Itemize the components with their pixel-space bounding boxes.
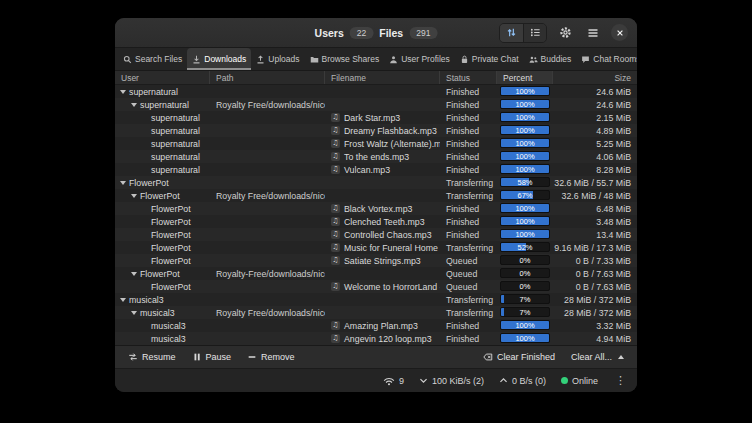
transfer-row[interactable]: FlowerPot Royalty Free/downloads/nicoti …	[115, 189, 637, 202]
clear-all-menu-button[interactable]: Clear All...	[564, 350, 631, 364]
size-cell: 8.28 MiB	[553, 163, 637, 176]
tab-browse-shares[interactable]: Browse Shares	[305, 48, 385, 70]
status-cell: Finished	[440, 228, 497, 241]
size-cell: 13.4 MiB	[553, 228, 637, 241]
search-icon	[123, 55, 132, 64]
progress-bar: 0%	[500, 281, 550, 291]
column-header-user[interactable]: User	[115, 71, 210, 84]
column-header-filename[interactable]: Filename	[325, 71, 440, 84]
transfer-row[interactable]: FlowerPot ♫ Music for Funeral Home - Par…	[115, 241, 637, 254]
expander-icon[interactable]	[131, 194, 137, 198]
music-note-icon: ♫	[331, 217, 340, 226]
person-icon	[389, 55, 398, 64]
tab-label: Private Chat	[472, 54, 519, 64]
menu-up-arrow-icon	[618, 355, 624, 359]
status-cell: Finished	[440, 319, 497, 332]
transfer-row[interactable]: musical3 Transferring 7% 28 MiB / 372 Mi…	[115, 293, 637, 306]
upload-rate-status[interactable]: 0 B/s (0)	[499, 376, 546, 386]
transfer-row[interactable]: FlowerPot ♫ Controlled Chaos.mp3 Finishe…	[115, 228, 637, 241]
progress-label: 0%	[501, 269, 549, 277]
user-cell: supernatural	[115, 150, 210, 163]
transfer-row[interactable]: supernatural ♫ Vulcan.mp3 Finished 100% …	[115, 163, 637, 176]
resume-button[interactable]: Resume	[121, 350, 183, 364]
transfer-row[interactable]: FlowerPot ♫ Clenched Teeth.mp3 Finished …	[115, 215, 637, 228]
expander-icon[interactable]	[120, 181, 126, 185]
buddies-icon	[529, 55, 538, 64]
transfer-row[interactable]: supernatural Royalty Free/downloads/nico…	[115, 98, 637, 111]
percent-cell: 0%	[497, 267, 553, 280]
column-header-status[interactable]: Status	[440, 71, 497, 84]
user-name: FlowerPot	[140, 269, 180, 279]
tab-buddies[interactable]: Buddies	[524, 48, 577, 70]
status-cell: Finished	[440, 124, 497, 137]
transfer-row[interactable]: musical3 ♫ Amazing Plan.mp3 Finished 100…	[115, 319, 637, 332]
status-cell: Transferring	[440, 306, 497, 319]
transfer-row[interactable]: supernatural ♫ Dark Star.mp3 Finished 10…	[115, 111, 637, 124]
path-cell: Royalty Free/downloads/nicoti	[210, 98, 325, 111]
transfer-row[interactable]: FlowerPot Royalty-Free/downloads/nicoti …	[115, 267, 637, 280]
transfer-row[interactable]: FlowerPot Transferring 58% 32.6 MiB / 55…	[115, 176, 637, 189]
transfer-row[interactable]: FlowerPot ♫ Black Vortex.mp3 Finished 10…	[115, 202, 637, 215]
filename-cell: ♫ Amazing Plan.mp3	[325, 319, 440, 332]
statusbar-menu-button[interactable]: ⋮	[613, 374, 628, 387]
status-cell: Finished	[440, 85, 497, 98]
status-cell: Finished	[440, 111, 497, 124]
nicotine-window: Users 22 Files 291	[115, 18, 637, 392]
path-cell	[210, 293, 325, 306]
size-cell: 28 MiB / 372 MiB	[553, 306, 637, 319]
tab-uploads[interactable]: Uploads	[251, 48, 304, 70]
column-header-percent[interactable]: Percent	[497, 71, 553, 84]
column-header-path[interactable]: Path	[210, 71, 325, 84]
tab-search-files[interactable]: Search Files	[118, 48, 187, 70]
status-cell: Finished	[440, 215, 497, 228]
list-view-toggle[interactable]	[523, 24, 546, 42]
column-header-size[interactable]: Size	[553, 71, 637, 84]
status-cell: Transferring	[440, 189, 497, 202]
online-status[interactable]: Online	[561, 376, 598, 386]
expander-icon[interactable]	[120, 90, 126, 94]
progress-label: 67%	[501, 191, 549, 199]
wifi-icon	[383, 376, 395, 386]
transfer-row[interactable]: supernatural ♫ To the ends.mp3 Finished …	[115, 150, 637, 163]
status-cell: Queued	[440, 267, 497, 280]
close-window-button[interactable]	[611, 24, 628, 41]
tab-chat-rooms[interactable]: Chat Rooms	[576, 48, 637, 70]
transfer-list: supernatural Finished 100% 24.6 MiB	[115, 85, 637, 345]
expander-icon[interactable]	[131, 272, 137, 276]
pause-icon	[192, 352, 202, 362]
progress-label: 0%	[501, 256, 549, 264]
tab-downloads[interactable]: Downloads	[187, 48, 251, 70]
transfer-row[interactable]: musical3 Royalty Free/downloads/nicoti T…	[115, 306, 637, 319]
clear-finished-button[interactable]: Clear Finished	[476, 350, 562, 364]
progress-label: 100%	[501, 113, 549, 121]
remove-button[interactable]: Remove	[240, 350, 302, 364]
download-rate-status[interactable]: 100 KiB/s (2)	[419, 376, 484, 386]
path-cell: Royalty-Free/downloads/nicoti	[210, 267, 325, 280]
preferences-button[interactable]	[555, 23, 575, 43]
filename-cell: ♫ Dreamy Flashback.mp3	[325, 124, 440, 137]
transfer-row[interactable]: supernatural ♫ Frost Waltz (Alternate).m…	[115, 137, 637, 150]
transfer-row[interactable]: FlowerPot ♫ Welcome to HorrorLand - hi.m…	[115, 280, 637, 293]
transfer-row[interactable]: musical3 ♫ Angevin 120 loop.mp3 Finished…	[115, 332, 637, 345]
user-cell: FlowerPot	[115, 215, 210, 228]
online-dot-icon	[561, 377, 568, 384]
pause-button[interactable]: Pause	[185, 350, 239, 364]
filename-cell	[325, 189, 440, 202]
size-cell: 3.32 MiB	[553, 319, 637, 332]
main-menu-button[interactable]	[583, 23, 603, 43]
action-bar: Resume Pause Remove Clear Finished Clear…	[115, 345, 637, 368]
expander-icon[interactable]	[120, 298, 126, 302]
connections-status[interactable]: 9	[383, 376, 404, 386]
transfer-row[interactable]: FlowerPot ♫ Satiate Strings.mp3 Queued 0…	[115, 254, 637, 267]
tab-private-chat[interactable]: Private Chat	[455, 48, 524, 70]
transfer-row[interactable]: supernatural ♫ Dreamy Flashback.mp3 Fini…	[115, 124, 637, 137]
expander-icon[interactable]	[131, 103, 137, 107]
progress-bar: 67%	[500, 190, 550, 200]
expander-icon[interactable]	[131, 311, 137, 315]
user-cell: supernatural	[115, 111, 210, 124]
transfers-view-toggle[interactable]	[500, 24, 523, 42]
progress-label: 100%	[501, 334, 549, 342]
filename-cell: ♫ Frost Waltz (Alternate).mp3	[325, 137, 440, 150]
transfer-row[interactable]: supernatural Finished 100% 24.6 MiB	[115, 85, 637, 98]
tab-user-profiles[interactable]: User Profiles	[384, 48, 455, 70]
